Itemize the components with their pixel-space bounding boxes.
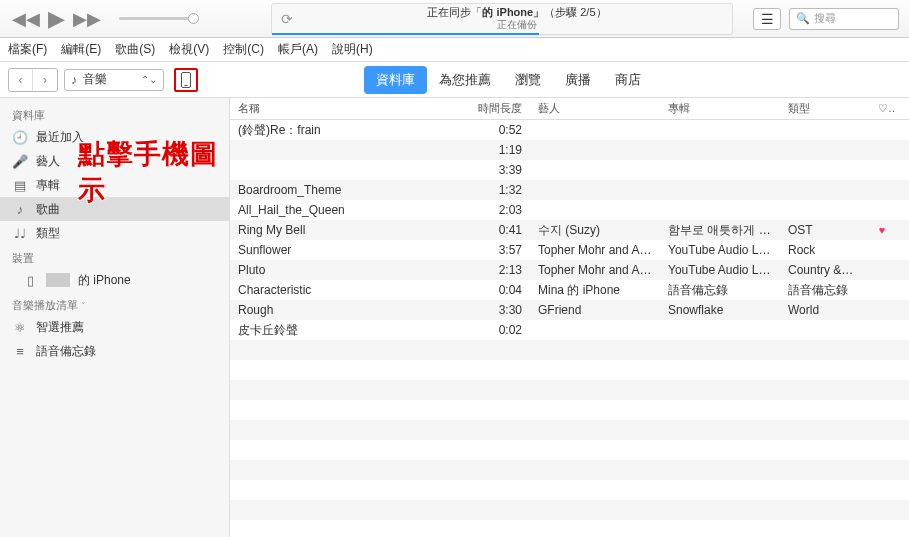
list-view-button[interactable]: ☰ [753,8,781,30]
sidebar-section-header: 資料庫 [0,102,229,125]
table-row-empty [230,520,909,537]
col-name[interactable]: 名稱 [230,101,470,116]
cell-time: 2:13 [470,263,530,277]
table-row[interactable]: 皮卡丘鈴聲0:02 [230,320,909,340]
table-row[interactable]: 3:39 [230,160,909,180]
tab[interactable]: 商店 [603,66,653,94]
cell-genre: Country &… [780,263,870,277]
sidebar-item[interactable]: ≡語音備忘錄 [0,339,229,363]
cell-time: 3:57 [470,243,530,257]
table-row-empty [230,360,909,380]
sidebar-item-label: 語音備忘錄 [36,343,96,360]
cell-album: YouTube Audio Libr… [660,263,780,277]
sync-device: 的 iPhone」 [482,6,544,18]
cell-album: 語音備忘錄 [660,282,780,299]
table-row[interactable]: Characteristic0:04Mina 的 iPhone語音備忘錄語音備忘… [230,280,909,300]
cell-name: Ring My Bell [230,223,470,237]
back-button[interactable]: ‹ [9,69,33,91]
cell-loved: ♥ [870,223,894,237]
cell-name: (鈴聲)Re：frain [230,122,470,139]
tab[interactable]: 為您推薦 [427,66,503,94]
previous-button[interactable]: ◀◀ [12,8,40,30]
menu-item[interactable]: 控制(C) [223,41,264,58]
cell-name: Rough [230,303,470,317]
clock-icon: 🕘 [12,129,28,145]
list-icon: ≡ [12,343,28,359]
menu-item[interactable]: 歌曲(S) [115,41,155,58]
cell-time: 2:03 [470,203,530,217]
forward-button[interactable]: › [33,69,57,91]
menu-item[interactable]: 檢視(V) [169,41,209,58]
sidebar-section-header: 裝置 [0,245,229,268]
search-icon: 🔍 [796,12,810,25]
sync-prefix: 正在同步「 [427,6,482,18]
table-row[interactable]: (鈴聲)Re：frain0:52 [230,120,909,140]
sidebar-item[interactable]: ♩♩類型 [0,221,229,245]
col-time[interactable]: 時間長度 [470,101,530,116]
cell-genre: 語音備忘錄 [780,282,870,299]
menu-item[interactable]: 檔案(F) [8,41,47,58]
sync-progress-bar [272,33,539,35]
play-button[interactable]: ▶ [48,6,65,32]
table-row[interactable]: All_Hail_the_Queen2:03 [230,200,909,220]
table-row-empty [230,440,909,460]
volume-slider[interactable] [119,17,199,20]
cell-artist: GFriend [530,303,660,317]
menu-item[interactable]: 編輯(E) [61,41,101,58]
table-row-empty [230,420,909,440]
cell-artist: Topher Mohr and Al… [530,243,660,257]
table-row[interactable]: Ring My Bell0:41수지 (Suzy)함부로 애틋하게 OS…OST… [230,220,909,240]
cell-album: 함부로 애틋하게 OS… [660,222,780,239]
table-row[interactable]: Pluto2:13Topher Mohr and Al…YouTube Audi… [230,260,909,280]
note-icon: ♪ [12,201,28,217]
media-label: 音樂 [83,71,107,88]
cell-time: 3:39 [470,163,530,177]
table-row-empty [230,480,909,500]
sidebar-item[interactable]: ⚛智選推薦 [0,315,229,339]
table-row-empty [230,460,909,480]
sync-icon: ⟳ [272,11,302,27]
table-row[interactable]: Boardroom_Theme1:32 [230,180,909,200]
table-row-empty [230,400,909,420]
device-button[interactable] [174,68,198,92]
col-loved[interactable]: ♡ [870,102,894,115]
cell-genre: Rock [780,243,870,257]
cell-name: 皮卡丘鈴聲 [230,322,470,339]
table-row[interactable]: Sunflower3:57Topher Mohr and Al…YouTube … [230,240,909,260]
cell-artist: Mina 的 iPhone [530,282,660,299]
cell-genre: OST [780,223,870,237]
table-row-empty [230,500,909,520]
next-button[interactable]: ▶▶ [73,8,101,30]
cell-album: Snowflake [660,303,780,317]
tab[interactable]: 廣播 [553,66,603,94]
cell-artist: Topher Mohr and Al… [530,263,660,277]
sidebar-item-label: 藝人 [36,153,60,170]
sidebar-item-label: 的 iPhone [78,272,131,289]
table-row[interactable]: Rough3:30GFriendSnowflakeWorld [230,300,909,320]
phone-icon [181,72,191,88]
table-header: 名稱 時間長度 藝人 專輯 類型 ♡ [230,98,909,120]
cell-time: 0:41 [470,223,530,237]
sync-step: （步驟 2/5） [544,6,606,18]
menu-item[interactable]: 帳戶(A) [278,41,318,58]
annotation-text: 點擊手機圖示 [78,136,229,208]
sync-status-display: ⟳ 正在同步「的 iPhone」（步驟 2/5） 正在備份 [271,3,733,35]
sidebar-item[interactable]: ▯的 iPhone [0,268,229,292]
tab[interactable]: 資料庫 [364,66,427,94]
cell-name: Pluto [230,263,470,277]
tab[interactable]: 瀏覽 [503,66,553,94]
col-artist[interactable]: 藝人 [530,101,660,116]
sidebar: 點擊手機圖示 資料庫🕘最近加入🎤藝人▤專輯♪歌曲♩♩類型裝置▯的 iPhone音… [0,98,230,537]
sidebar-section-header: 音樂播放清單 [0,292,229,315]
search-input[interactable]: 🔍 搜尋 [789,8,899,30]
redacted-block [46,273,70,287]
sidebar-item-label: 歌曲 [36,201,60,218]
search-placeholder: 搜尋 [814,11,836,26]
col-album[interactable]: 專輯 [660,101,780,116]
menu-item[interactable]: 說明(H) [332,41,373,58]
col-genre[interactable]: 類型 [780,101,870,116]
media-type-select[interactable]: ♪ 音樂 ⌃⌄ [64,69,164,91]
atom-icon: ⚛ [12,319,28,335]
table-row[interactable]: 1:19 [230,140,909,160]
cell-time: 0:04 [470,283,530,297]
